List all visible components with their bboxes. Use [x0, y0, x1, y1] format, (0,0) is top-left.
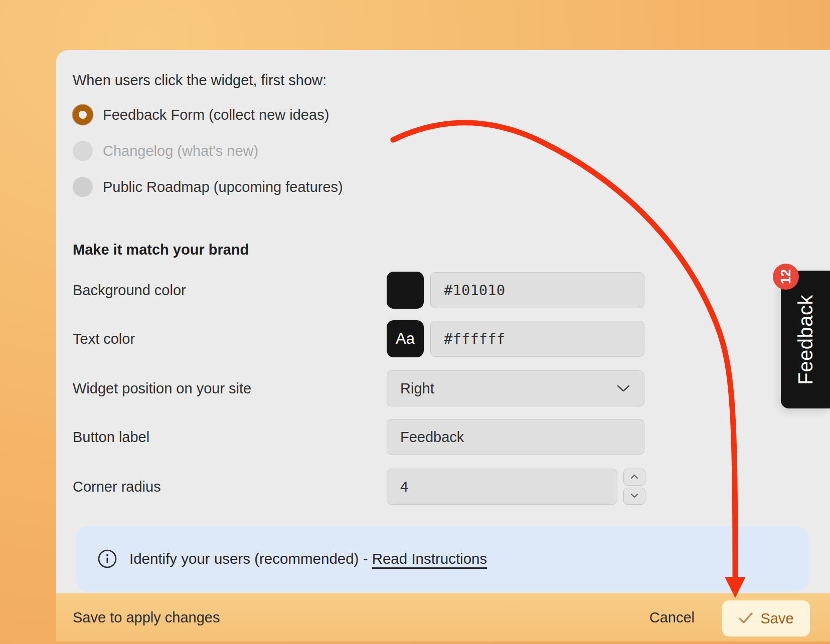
checkmark-icon: [738, 611, 753, 626]
feedback-widget-tab-preview[interactable]: Feedback: [781, 271, 830, 408]
unsaved-changes-status: Save to apply changes: [73, 593, 220, 641]
notification-count-badge: 12: [773, 264, 799, 290]
info-icon: [97, 549, 117, 569]
radio-option-changelog[interactable]: Changelog (what's new): [73, 140, 258, 162]
chevron-down-icon: [617, 385, 630, 392]
text-color-swatch-sample: Aa: [396, 330, 415, 348]
text-color-swatch[interactable]: Aa: [387, 320, 424, 357]
feedback-widget-tab-label: Feedback: [794, 295, 817, 385]
widget-position-label: Widget position on your site: [73, 370, 251, 406]
footer-action-bar: Save to apply changes Cancel Save: [56, 593, 830, 641]
radio-unselected-icon[interactable]: [73, 177, 93, 197]
widget-position-value: Right: [387, 380, 617, 397]
save-button-label: Save: [760, 610, 793, 627]
radio-option-label: Public Roadmap (upcoming features): [103, 179, 343, 195]
save-button[interactable]: Save: [722, 600, 810, 636]
radio-option-public-roadmap[interactable]: Public Roadmap (upcoming features): [73, 176, 343, 198]
chevron-up-icon: [630, 474, 638, 481]
info-banner-text: Identify your users (recommended) - Read…: [129, 550, 487, 567]
widget-position-select[interactable]: Right: [387, 370, 644, 406]
button-label-label: Button label: [73, 419, 149, 455]
identify-users-info-banner: Identify your users (recommended) - Read…: [76, 526, 809, 591]
background-color-input[interactable]: [430, 272, 644, 308]
chevron-down-icon: [630, 493, 638, 500]
background-color-swatch[interactable]: [387, 272, 424, 309]
feedback-widget-settings-screen: When users click the widget, first show:…: [0, 0, 830, 644]
first-show-question: When users click the widget, first show:: [73, 70, 326, 90]
info-message: Identify your users (recommended) -: [129, 550, 372, 567]
corner-radius-input[interactable]: [387, 469, 617, 505]
button-label-input[interactable]: [387, 419, 644, 455]
radio-option-label: Changelog (what's new): [103, 143, 258, 159]
text-color-label: Text color: [73, 321, 135, 357]
radio-option-feedback-form[interactable]: Feedback Form (collect new ideas): [73, 104, 329, 126]
cancel-button[interactable]: Cancel: [649, 593, 695, 641]
background-color-label: Background color: [73, 272, 186, 308]
corner-radius-label: Corner radius: [73, 469, 161, 505]
brand-section-heading: Make it match your brand: [73, 240, 249, 260]
stepper-decrement-button[interactable]: [623, 488, 645, 505]
text-color-input[interactable]: [430, 321, 644, 357]
radio-selected-icon[interactable]: [73, 105, 93, 125]
radio-option-label: Feedback Form (collect new ideas): [103, 107, 329, 123]
read-instructions-link[interactable]: Read Instructions: [372, 550, 487, 567]
stepper-increment-button[interactable]: [623, 469, 645, 486]
radio-unselected-icon[interactable]: [73, 141, 93, 161]
notification-count: 12: [778, 269, 794, 284]
settings-panel: When users click the widget, first show:…: [56, 50, 830, 593]
corner-radius-stepper: [623, 469, 645, 505]
